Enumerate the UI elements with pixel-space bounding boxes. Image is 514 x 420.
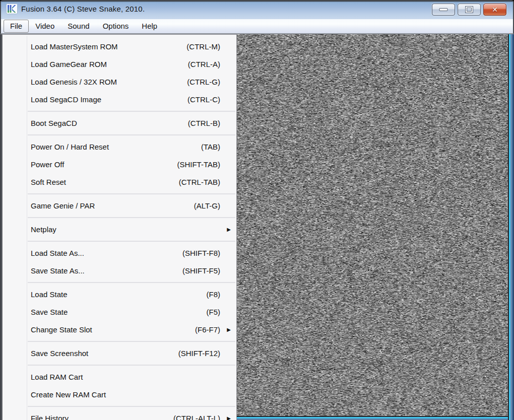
menu-item-shortcut: (ALT-G)	[194, 201, 220, 210]
menubar-item-video[interactable]: Video	[29, 20, 61, 33]
menu-item-shortcut: (SHIFT-F8)	[182, 249, 220, 257]
menu-item-shortcut: (F5)	[207, 308, 221, 316]
menu-item-label: Load MasterSystem ROM	[31, 42, 186, 51]
menu-item-shortcut: (SHIFT-F12)	[178, 349, 220, 358]
menu-item-shortcut: (SHIFT-TAB)	[177, 160, 220, 169]
menu-item-label: File History	[31, 414, 173, 420]
menu-item-load-ram-cart[interactable]: Load RAM Cart	[3, 368, 236, 386]
menu-item-power-on-hard-reset[interactable]: Power On / Hard Reset(TAB)	[3, 138, 236, 156]
menu-item-shortcut: (CTRL-G)	[187, 78, 220, 86]
menu-item-netplay[interactable]: Netplay▶	[3, 221, 236, 238]
menu-separator	[28, 341, 235, 342]
menu-separator	[28, 193, 235, 194]
menu-item-save-state-as[interactable]: Save State As...(SHIFT-F5)	[3, 262, 236, 279]
menubar-item-sound[interactable]: Sound	[61, 20, 96, 33]
menu-item-shortcut: (CTRL-M)	[186, 42, 220, 51]
menu-item-shortcut: (CTRL-A)	[188, 60, 220, 68]
menu-item-boot-segacd[interactable]: Boot SegaCD(CTRL-B)	[3, 114, 236, 132]
menu-separator	[28, 365, 235, 366]
minimize-button[interactable]	[432, 4, 455, 16]
menu-item-label: Game Genie / PAR	[31, 201, 194, 210]
close-icon: ✕	[492, 6, 498, 14]
close-button[interactable]: ✕	[483, 4, 506, 16]
menubar-item-help[interactable]: Help	[135, 20, 164, 33]
menu-item-label: Load GameGear ROM	[31, 60, 188, 68]
maximize-icon	[466, 7, 473, 13]
submenu-arrow-icon: ▶	[227, 416, 231, 420]
menu-item-label: Save State As...	[31, 266, 182, 275]
menu-item-label: Load Genesis / 32X ROM	[31, 78, 187, 86]
menu-item-label: Power On / Hard Reset	[31, 143, 201, 151]
menu-item-game-genie-par[interactable]: Game Genie / PAR(ALT-G)	[3, 197, 236, 215]
menu-item-shortcut: (F8)	[207, 290, 221, 299]
menu-item-shortcut: (CTRL-TAB)	[179, 178, 220, 186]
menu-item-label: Power Off	[31, 160, 177, 169]
menu-item-label: Netplay	[31, 225, 220, 234]
menu-item-shortcut: (CTRL-ALT-L)	[173, 414, 220, 420]
menu-item-label: Save Screenshot	[31, 349, 178, 358]
menu-item-label: Save State	[31, 308, 207, 316]
menu-item-soft-reset[interactable]: Soft Reset(CTRL-TAB)	[3, 173, 236, 191]
window-title: Fusion 3.64 (C) Steve Snake, 2010.	[21, 5, 145, 13]
menu-item-label: Load State As...	[31, 249, 182, 257]
menu-separator	[28, 111, 235, 112]
title-bar[interactable]: Fusion 3.64 (C) Steve Snake, 2010. ✕	[0, 0, 514, 19]
menu-bar: FileVideoSoundOptionsHelp	[0, 19, 514, 34]
menu-item-load-mastersystem-rom[interactable]: Load MasterSystem ROM(CTRL-M)	[3, 38, 236, 55]
menu-item-label: Load State	[31, 290, 207, 299]
menu-item-save-state[interactable]: Save State(F5)	[3, 303, 236, 321]
submenu-arrow-icon: ▶	[227, 327, 231, 332]
menu-item-label: Boot SegaCD	[31, 119, 188, 127]
menu-item-label: Change State Slot	[31, 325, 195, 334]
menu-item-create-new-ram-cart[interactable]: Create New RAM Cart	[3, 386, 236, 403]
menubar-item-file[interactable]: File	[4, 20, 29, 33]
menu-item-shortcut: (F6-F7)	[195, 325, 220, 334]
app-icon	[6, 4, 18, 14]
menu-item-label: Load RAM Cart	[31, 373, 220, 381]
submenu-arrow-icon: ▶	[227, 227, 231, 232]
menu-item-shortcut: (TAB)	[201, 143, 220, 151]
menu-item-shortcut: (SHIFT-F5)	[182, 266, 220, 275]
app-window: Fusion 3.64 (C) Steve Snake, 2010. ✕ Fil…	[0, 0, 514, 420]
menu-item-load-state-as[interactable]: Load State As...(SHIFT-F8)	[3, 244, 236, 262]
menu-separator	[28, 406, 235, 407]
file-menu-popup: Load MasterSystem ROM(CTRL-M)Load GameGe…	[2, 34, 237, 420]
menu-item-shortcut: (CTRL-B)	[188, 119, 220, 127]
menu-item-save-screenshot[interactable]: Save Screenshot(SHIFT-F12)	[3, 344, 236, 362]
menu-item-change-state-slot[interactable]: Change State Slot(F6-F7)▶	[3, 321, 236, 338]
menu-item-label: Load SegaCD Image	[31, 95, 187, 104]
file-menu-items: Load MasterSystem ROM(CTRL-M)Load GameGe…	[3, 38, 236, 420]
menu-separator	[28, 217, 235, 218]
menu-separator	[28, 241, 235, 242]
minimize-icon	[440, 9, 447, 11]
menu-item-load-segacd-image[interactable]: Load SegaCD Image(CTRL-C)	[3, 91, 236, 108]
menu-item-load-gamegear-rom[interactable]: Load GameGear ROM(CTRL-A)	[3, 55, 236, 73]
menu-item-power-off[interactable]: Power Off(SHIFT-TAB)	[3, 156, 236, 173]
window-right-border	[508, 34, 514, 420]
menu-item-label: Soft Reset	[31, 178, 179, 186]
menu-item-label: Create New RAM Cart	[31, 390, 220, 399]
menu-separator	[28, 282, 235, 283]
menu-item-load-genesis-32x-rom[interactable]: Load Genesis / 32X ROM(CTRL-G)	[3, 73, 236, 91]
menu-item-file-history[interactable]: File History(CTRL-ALT-L)▶	[3, 409, 236, 420]
maximize-button[interactable]	[458, 4, 481, 16]
menu-item-shortcut: (CTRL-C)	[187, 95, 220, 104]
menu-item-load-state[interactable]: Load State(F8)	[3, 286, 236, 303]
menubar-item-options[interactable]: Options	[96, 20, 136, 33]
window-controls: ✕	[432, 4, 506, 16]
menu-separator	[28, 134, 235, 135]
